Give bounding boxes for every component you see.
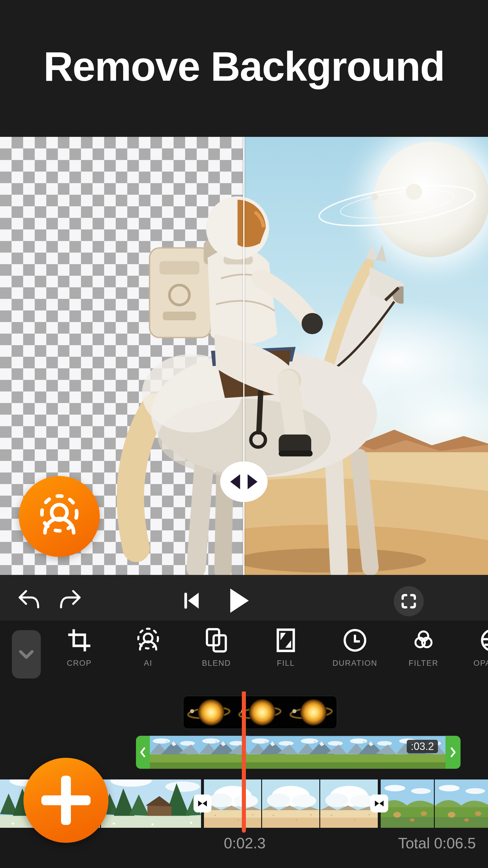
tool-blend[interactable]: BLEND [188, 626, 245, 668]
clip-grassland[interactable] [381, 779, 488, 828]
clip-frame [199, 736, 249, 769]
tool-opacity[interactable]: OPACITY [463, 626, 488, 668]
transition-button[interactable] [194, 795, 212, 812]
tool-duration[interactable]: DURATION [326, 626, 384, 668]
plus-icon [61, 776, 71, 825]
tool-label: DURATION [326, 659, 384, 668]
right-arrow-icon [248, 474, 257, 489]
filter-circles-icon [410, 627, 437, 654]
current-time: 0:02.3 [187, 834, 302, 852]
clip-frame [298, 736, 347, 769]
ai-person-icon [35, 492, 84, 541]
play-button[interactable] [230, 589, 249, 613]
left-arrow-icon [230, 474, 240, 489]
chevron-down-icon [17, 648, 36, 661]
clip-frame [204, 779, 261, 828]
clip-frame [381, 779, 434, 828]
preview-canvas[interactable] [0, 137, 488, 575]
bowtie-transition-icon [374, 800, 385, 807]
add-clip-button[interactable] [24, 758, 108, 843]
clip-frame [320, 779, 378, 828]
selected-clip-frames [150, 736, 446, 769]
astronaut-on-horse [105, 195, 403, 575]
tool-fill[interactable]: FILL [257, 626, 315, 668]
tool-label: FILTER [395, 659, 452, 668]
page-title: Remove Background [0, 43, 488, 90]
clip-frame [347, 736, 396, 769]
fill-icon [273, 627, 298, 654]
tool-label: AI [119, 659, 177, 668]
fullscreen-icon [401, 593, 417, 609]
total-time: Total 0:06.5 [398, 834, 476, 852]
bowtie-transition-icon [197, 800, 208, 807]
tools-bar: CROP AI BLEND FILL DURATION FILTER OPACI… [0, 621, 488, 691]
header: Remove Background [0, 0, 488, 137]
clip-frame [249, 736, 298, 769]
collapse-tools-button[interactable] [12, 630, 41, 679]
tool-label: FILL [257, 659, 315, 668]
duration-clock-icon [341, 627, 368, 654]
overlay-track-clip[interactable] [183, 696, 337, 729]
tool-filter[interactable]: FILTER [395, 626, 452, 668]
tool-label: CROP [50, 659, 108, 668]
skip-to-start-button[interactable] [182, 591, 201, 610]
selected-clip[interactable]: :03.2 [136, 736, 460, 769]
crop-icon [66, 627, 93, 654]
video-editor-screen: Remove Background [0, 0, 488, 868]
blend-icon [203, 627, 230, 654]
clip-frame [150, 736, 199, 769]
compare-slider-handle[interactable] [220, 462, 268, 502]
trim-handle-right[interactable] [446, 736, 460, 769]
ai-person-icon [134, 626, 162, 654]
transition-button[interactable] [370, 795, 388, 812]
undo-button[interactable] [16, 589, 40, 610]
compare-divider-line [243, 137, 245, 575]
tool-label: OPACITY [463, 659, 488, 668]
clip-frame [101, 779, 201, 828]
clip-desert[interactable] [204, 779, 378, 828]
clip-duration-badge: :03.2 [407, 740, 438, 753]
transport-bar [0, 575, 488, 621]
chevron-right-icon [449, 746, 457, 758]
opacity-icon [479, 627, 488, 654]
fullscreen-button[interactable] [394, 586, 424, 616]
overlay-frame [286, 696, 337, 728]
chevron-left-icon [138, 746, 147, 758]
tool-ai[interactable]: AI [119, 626, 177, 668]
trim-handle-left[interactable] [136, 736, 150, 769]
ai-remove-background-button[interactable] [19, 476, 100, 557]
tool-label: BLEND [188, 659, 245, 668]
clip-frame [435, 779, 488, 828]
overlay-frame [184, 696, 234, 728]
clip-frame [262, 779, 319, 828]
redo-button[interactable] [59, 589, 83, 610]
playhead[interactable] [242, 691, 246, 833]
tool-crop[interactable]: CROP [50, 626, 108, 668]
